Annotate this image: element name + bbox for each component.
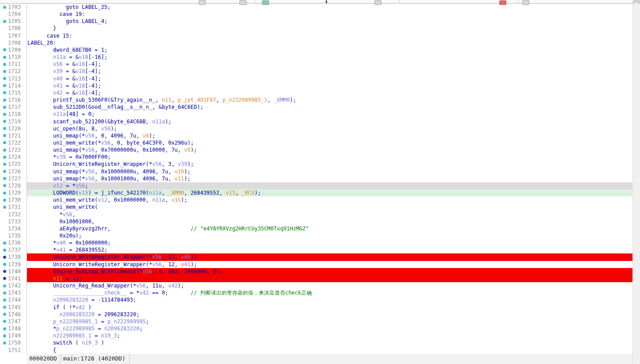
code-line[interactable]: 1706 }: [0, 25, 640, 32]
code-line[interactable]: 1744 n2096283220 = -1114784493;: [0, 296, 640, 303]
code-line-dot[interactable]: [3, 56, 6, 59]
code-line[interactable]: 1732 *v56,: [0, 211, 640, 218]
code-line[interactable]: 1740 Engine_RunLoop_WithTimeout(*v56, 0,…: [0, 268, 640, 275]
run-button[interactable]: [262, 0, 269, 5]
code-line[interactable]: 1705 goto LABEL_4;: [0, 18, 640, 25]
code-line[interactable]: 1724 *v39 = 0x7000FF00;: [0, 153, 640, 161]
code-line-dot[interactable]: [3, 113, 6, 116]
code-text: LODWORD(v15) = j_ifunc_542170(n11a, _XMM…: [27, 189, 640, 196]
code-line[interactable]: 1726 uni_mmap(*v56, 0x10000000u, 4096, 7…: [0, 168, 640, 175]
code-line[interactable]: 1747 p_n222989985_1 = p_n222989985;: [0, 318, 640, 325]
toolbar-button[interactable]: [522, 0, 529, 5]
code-line[interactable]: 1739 Unicorn_WriteRegister_Wrapper(*v56,…: [0, 261, 640, 268]
code-line[interactable]: 1751 {: [0, 347, 640, 354]
code-line[interactable]: 1711 v56 = &v18[-4];: [0, 61, 640, 68]
code-line-dot[interactable]: [3, 192, 6, 195]
code-line-dot[interactable]: [3, 249, 6, 252]
gutter-cell: 1749: [0, 332, 27, 339]
code-line[interactable]: 1730 uni_mem_write(v12, 0x10000000, n11a…: [0, 196, 640, 203]
code-line-dot[interactable]: [3, 291, 6, 295]
vertical-scrollbar[interactable]: [632, 4, 640, 364]
code-line[interactable]: 1709 dword_68E7B0 = 1;: [0, 46, 640, 54]
code-line[interactable]: 1723 uni_mmap(*v56, 0x70000000u, 0x10000…: [0, 146, 640, 153]
code-line[interactable]: 1746 n2096283220 = 2096283220;: [0, 311, 640, 318]
code-line-dot[interactable]: [3, 327, 6, 330]
code-text: n11 = 11;: [27, 275, 640, 282]
code-line-dot[interactable]: [3, 206, 6, 209]
code-line-dot[interactable]: [3, 120, 6, 123]
code-line[interactable]: 1703 goto LABEL_25;: [0, 4, 640, 11]
toolbar-button[interactable]: [199, 0, 206, 5]
gutter-cell: 1741: [0, 275, 27, 282]
line-number: 1704: [0, 11, 27, 18]
code-line[interactable]: 1729 LODWORD(v15) = j_ifunc_542170(n11a,…: [0, 189, 640, 196]
code-line[interactable]: 1704 case 19:: [0, 11, 640, 18]
gutter-cell: 1735: [0, 232, 27, 239]
code-line-dot[interactable]: [3, 306, 6, 309]
code-line[interactable]: 1731 uni_mem_write(: [0, 203, 640, 211]
code-line-dot[interactable]: [3, 163, 6, 166]
code-line[interactable]: 1716 printf_sub_5306F0(&Try_again__n_, n…: [0, 96, 640, 103]
toolbar-button[interactable]: [239, 0, 247, 5]
code-line-dot[interactable]: [3, 341, 6, 345]
code-line-dot[interactable]: [3, 284, 6, 287]
code-line-dot[interactable]: [3, 299, 6, 302]
code-line[interactable]: 1734 aE4y8yrxvzg2hrr, // "e4Y8YRXVzg2HRr…: [0, 225, 640, 232]
code-text: v39 = &v18[-4];: [27, 68, 640, 75]
gutter-cell: 1712: [0, 68, 27, 75]
code-line[interactable]: 1721 uni_mmap(*v56, 0, 4096, 7u, v8);: [0, 132, 640, 139]
code-line[interactable]: 1722 uni_mem_write(*v56, 0, byte_64C3F0,…: [0, 139, 640, 146]
code-line[interactable]: 1745 if ( !*v42 ): [0, 304, 640, 311]
breakpoint-dot[interactable]: [3, 256, 6, 259]
code-line[interactable]: 1748 *p_n222989985 = n2096283220;: [0, 325, 640, 332]
code-text: }: [27, 25, 640, 32]
code-line[interactable]: 1707 case 15:: [0, 32, 640, 39]
code-line-dot[interactable]: [3, 241, 6, 245]
code-line-dot[interactable]: [3, 6, 6, 9]
code-line[interactable]: 1742 Unicorn_Reg_Read_Wrapper(*v56, 11u,…: [0, 282, 640, 289]
gutter-cell: 1706: [0, 25, 27, 32]
code-line-dot[interactable]: [3, 63, 6, 66]
code-line[interactable]: 1719 scanf_sub_521200(&byte_64C68B, n11a…: [0, 118, 640, 125]
code-text: Unicorn_WriteRegister_Wrapper(*v56, 3, v…: [27, 161, 640, 168]
code-line[interactable]: 1710 n11a = &v18[-16];: [0, 54, 640, 61]
code-line[interactable]: 1720 uc_open(8u, 8, v56);: [0, 125, 640, 132]
code-line[interactable]: 1715 v42 = &v18[-4];: [0, 89, 640, 96]
code-line[interactable]: 1749 n222989985_1 = n19_3;: [0, 332, 640, 339]
gutter-cell: 1743: [0, 289, 27, 296]
code-line[interactable]: 1735 0x20u);: [0, 232, 640, 239]
code-line-dot[interactable]: [3, 77, 6, 80]
code-line-dot[interactable]: [3, 99, 6, 102]
gutter-cell: 1708: [0, 39, 27, 46]
code-line-dot[interactable]: [3, 199, 6, 202]
code-line[interactable]: 1725 Unicorn_WriteRegister_Wrapper(*v56,…: [0, 161, 640, 168]
code-line[interactable]: 1736 *v40 = 0x10000000;: [0, 239, 640, 246]
stop-button[interactable]: [499, 0, 506, 5]
code-line[interactable]: 1741 n11 = 11;: [0, 275, 640, 282]
code-line[interactable]: 1718 n11a[48] = 0;: [0, 111, 640, 118]
code-line-dot[interactable]: [3, 20, 6, 23]
code-pane[interactable]: 1703 goto LABEL_25;1704 case 19:1705 got…: [0, 4, 640, 354]
code-text: Unicorn_WriteRegister_Wrapper(*v56, 12, …: [27, 261, 640, 268]
code-line[interactable]: 1743 ________________check__ = *v42 == 0…: [0, 289, 640, 296]
code-line[interactable]: 1727 uni_mmap(*v56, 0x10001000u, 4096, 7…: [0, 175, 640, 182]
code-line[interactable]: 1713 v40 = &v18[-4];: [0, 75, 640, 82]
code-line[interactable]: 1737 *v41 = 268439552;: [0, 246, 640, 253]
code-line[interactable]: 1733 0x10001000,: [0, 218, 640, 225]
code-line[interactable]: 1717 sub_5212D0(Good__nflag__s__n_n_, &b…: [0, 103, 640, 111]
code-line-dot[interactable]: [3, 156, 6, 159]
code-line[interactable]: 1714 v41 = &v18[-4];: [0, 82, 640, 89]
code-text: *v41 = 268439552;: [27, 246, 640, 253]
code-line[interactable]: 1728 v12 = *v56;: [0, 182, 640, 189]
gutter-cell: 1713: [0, 75, 27, 82]
code-line-dot[interactable]: [3, 334, 6, 337]
code-line[interactable]: 1708LABEL_20:: [0, 39, 640, 46]
code-line[interactable]: 1750 switch ( n19_3 ): [0, 339, 640, 346]
code-line[interactable]: 1712 v39 = &v18[-4];: [0, 68, 640, 75]
code-line-dot[interactable]: [3, 70, 6, 73]
pseudocode-window: 1703 goto LABEL_25;1704 case 19:1705 got…: [0, 0, 640, 364]
code-line[interactable]: 1738 Unicorn_WriteRegister_Wrapper(*v56,…: [0, 253, 640, 261]
toolbar-button[interactable]: [374, 0, 382, 5]
code-line-dot[interactable]: [3, 149, 6, 152]
code-line-dot[interactable]: [3, 106, 6, 109]
